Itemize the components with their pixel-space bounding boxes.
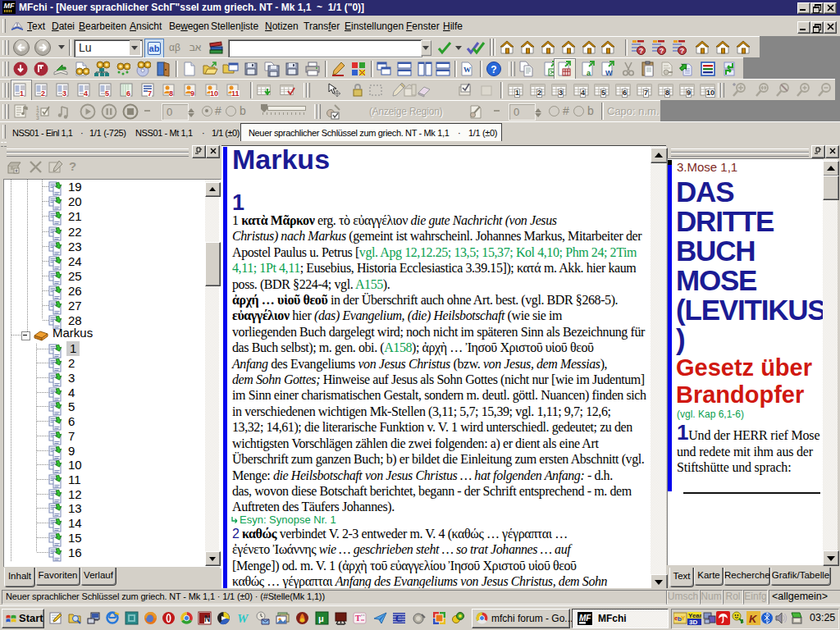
svg-text:3D: 3D [689, 619, 697, 625]
svg-text:C: C [395, 613, 403, 624]
svg-text:W: W [605, 69, 613, 77]
svg-text:Y: Y [681, 614, 686, 622]
svg-text:T: T [355, 614, 361, 623]
svg-text:W: W [237, 612, 249, 625]
svg-text:K: K [749, 613, 758, 625]
svg-text:μ: μ [318, 614, 324, 623]
svg-text:N: N [204, 614, 210, 623]
